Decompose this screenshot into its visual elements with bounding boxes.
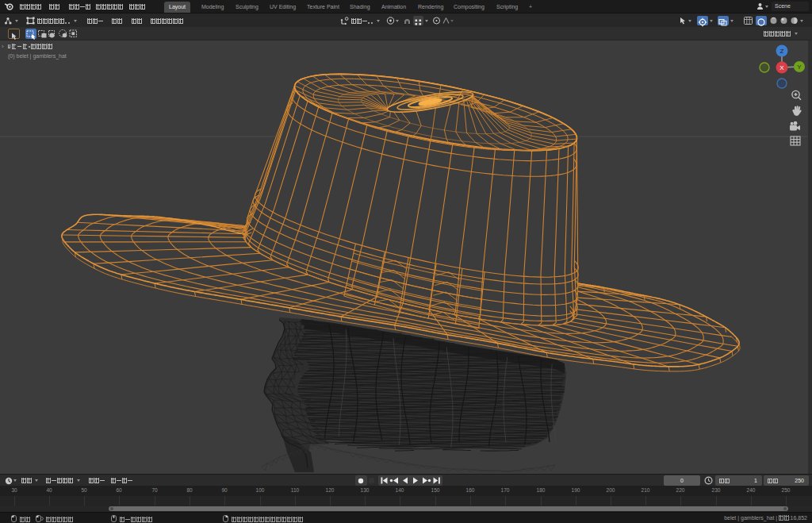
- svg-text:Y: Y: [797, 63, 802, 71]
- svg-text:X: X: [779, 64, 784, 71]
- svg-text:Z: Z: [780, 48, 784, 55]
